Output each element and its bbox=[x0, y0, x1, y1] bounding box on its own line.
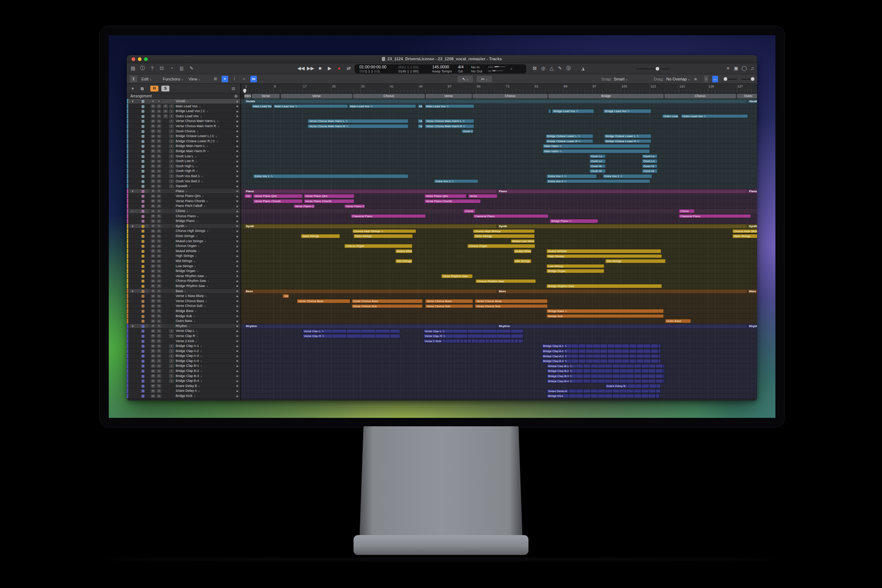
list-editors-icon[interactable]: ≡ bbox=[724, 64, 732, 72]
track-row[interactable]: MSChorus Organ∨ bbox=[127, 244, 240, 249]
lcd-time-signature[interactable]: 4/4 bbox=[458, 64, 466, 69]
mute-button[interactable]: M bbox=[151, 170, 156, 174]
track-row[interactable]: MSMuted Low Strings∨ bbox=[127, 239, 240, 244]
input-monitor-button[interactable]: I bbox=[169, 334, 174, 338]
mute-button[interactable]: M bbox=[151, 324, 156, 328]
solo-button[interactable]: S bbox=[156, 379, 161, 383]
region[interactable]: Classical Piano bbox=[679, 214, 751, 218]
track-row[interactable]: MSIVerse Clap R∨ bbox=[127, 334, 240, 339]
track-row[interactable]: MSMid Strings∨ bbox=[127, 259, 240, 264]
solo-button[interactable]: S bbox=[156, 114, 161, 118]
mute-button[interactable]: M bbox=[151, 344, 156, 348]
region[interactable]: Oooh Lo bbox=[642, 154, 658, 158]
lcd-tempo[interactable]: 145.0000 bbox=[432, 64, 453, 69]
track-row[interactable]: MSRIOutro Lead Vox∨ bbox=[127, 114, 240, 119]
region[interactable]: Main Lead Vox↻ bbox=[273, 104, 348, 108]
input-monitor-button[interactable]: I bbox=[169, 344, 174, 348]
loop-browser-icon[interactable]: ◯ bbox=[741, 64, 748, 72]
region[interactable]: Synth bbox=[747, 224, 757, 229]
arrangement-marker[interactable]: Verse bbox=[426, 94, 472, 99]
region[interactable]: Extra Vox 2↻ bbox=[546, 179, 650, 183]
input-monitor-button[interactable]: I bbox=[169, 174, 174, 178]
input-monitor-button[interactable]: I bbox=[169, 124, 174, 128]
catch-playhead-icon[interactable]: ⋈ bbox=[250, 76, 257, 82]
track-header-config-icon[interactable]: ⊡ bbox=[230, 86, 237, 92]
region[interactable]: Verse Chorus Main Harm R↻ bbox=[308, 124, 408, 128]
region[interactable]: Verse Chorus Bass bbox=[297, 299, 350, 303]
mute-button[interactable]: M bbox=[151, 184, 156, 189]
arrangement-marker-lane[interactable]: IntroVerseVerseChorusVerseChorusBridgeCh… bbox=[241, 93, 757, 99]
arrangement-marker[interactable]: Chorus bbox=[353, 94, 425, 99]
input-monitor-button[interactable]: I bbox=[169, 114, 174, 118]
flex-icon[interactable]: / bbox=[231, 76, 238, 82]
chevron-down-icon[interactable]: ∨ bbox=[132, 289, 134, 294]
input-monitor-button[interactable]: I bbox=[169, 379, 174, 383]
track-row[interactable]: MSChorus Piano∨ bbox=[127, 214, 240, 219]
region[interactable]: Piano bbox=[747, 189, 757, 194]
mute-button[interactable]: M bbox=[151, 354, 156, 358]
mute-button[interactable]: M bbox=[151, 189, 156, 193]
mute-button[interactable]: M bbox=[151, 294, 156, 298]
mute-button[interactable]: M bbox=[151, 114, 156, 118]
region[interactable]: Vocals bbox=[747, 99, 757, 104]
region[interactable]: Low Strings bbox=[546, 264, 604, 268]
track-row[interactable]: MSIOooh Vox Bed 2∨ bbox=[127, 179, 240, 184]
region[interactable]: Mid Strings bbox=[395, 259, 412, 263]
waveform-icon[interactable]: ≈ bbox=[241, 76, 248, 82]
solo-button[interactable]: S bbox=[156, 274, 161, 278]
mute-button[interactable]: M bbox=[151, 394, 156, 398]
input-monitor-button[interactable]: I bbox=[169, 369, 174, 374]
solo-button[interactable]: S bbox=[156, 339, 161, 343]
region[interactable]: Synth bbox=[498, 224, 747, 229]
region[interactable]: Verse Chorus Sub bbox=[425, 304, 473, 308]
region[interactable]: Disto Strings bbox=[732, 234, 757, 238]
chevron-down-icon[interactable]: ∨ bbox=[132, 324, 134, 328]
solo-button[interactable]: S bbox=[156, 344, 161, 348]
track-row[interactable]: MSIBridge Clap A-3∨ bbox=[127, 354, 240, 358]
mute-button[interactable]: M bbox=[151, 274, 156, 278]
region[interactable]: Main Harm↻ bbox=[543, 149, 650, 153]
region[interactable]: Disto Strings bbox=[301, 234, 340, 238]
metronome-icon[interactable]: △ bbox=[548, 64, 555, 72]
mute-button[interactable]: M bbox=[151, 284, 156, 288]
region[interactable]: Verse 2 Kick bbox=[423, 339, 524, 343]
region[interactable]: Bridge Clap A-1↻ bbox=[542, 344, 661, 348]
region[interactable]: Verse Piano Chords bbox=[253, 199, 303, 203]
track-row[interactable]: MSRIMain Lead Vox∨ bbox=[127, 104, 240, 109]
mute-button[interactable]: M bbox=[151, 159, 156, 164]
solo-button[interactable]: S bbox=[156, 320, 161, 323]
region[interactable]: Mai bbox=[418, 104, 423, 108]
track-row[interactable]: MSPiano Pitch Falloff∨ bbox=[127, 204, 240, 209]
region[interactable]: Chorus High Strings bbox=[473, 230, 535, 233]
input-monitor-button[interactable]: I bbox=[169, 364, 174, 368]
track-row[interactable]: MSBridge Sub∨ bbox=[127, 314, 240, 319]
track-row[interactable]: MSHigh Strings∨ bbox=[127, 254, 240, 259]
track-row[interactable]: MSIVerse Chorus Main Harm R∨ bbox=[127, 124, 240, 129]
region[interactable]: Bridge Clap B-1↻ bbox=[546, 364, 665, 368]
region[interactable]: Extra Vox 1↻ bbox=[253, 174, 408, 178]
count-in-icon[interactable]: ◮ bbox=[579, 64, 586, 72]
region[interactable]: Main Lead Vox↻ bbox=[349, 104, 416, 108]
region[interactable]: Bass bbox=[244, 289, 497, 294]
lcd-display[interactable]: 01:00:00:00.00 0000001 1 1 0011 1 1 001 … bbox=[355, 64, 526, 74]
region[interactable]: Chorus High Strings bbox=[732, 230, 757, 233]
mute-button[interactable]: M bbox=[151, 199, 156, 203]
input-monitor-button[interactable]: I bbox=[169, 119, 174, 123]
solo-button[interactable]: S bbox=[156, 170, 161, 174]
hide-panel-button[interactable]: ↥ bbox=[130, 76, 137, 82]
track-row[interactable]: MSSnare Delay B∨ bbox=[127, 384, 240, 389]
mute-button[interactable]: M bbox=[151, 179, 156, 183]
input-monitor-button[interactable]: I bbox=[169, 139, 174, 143]
menu-view[interactable]: View∨ bbox=[189, 76, 200, 82]
lcd-position[interactable]: 0000001 1 1 0011 1 1 001 bbox=[359, 69, 393, 73]
region[interactable]: Verse Piano Qtrs bbox=[424, 194, 467, 198]
track-row[interactable]: MSIOooh Low L∨ bbox=[127, 154, 240, 159]
region[interactable]: Bridge Clap B-4↻ bbox=[546, 379, 665, 383]
input-monitor-button[interactable]: I bbox=[169, 164, 174, 168]
mute-button[interactable]: M bbox=[151, 384, 156, 388]
region[interactable]: Oooh Hi bbox=[590, 164, 606, 168]
region[interactable]: Extra Vox 1↻ bbox=[603, 174, 652, 178]
mixer-icon[interactable]: ||| bbox=[178, 64, 185, 72]
add-arrangement-marker-button[interactable]: + bbox=[234, 94, 238, 98]
track-row[interactable]: ∨MSRhythm∨ bbox=[127, 324, 240, 329]
